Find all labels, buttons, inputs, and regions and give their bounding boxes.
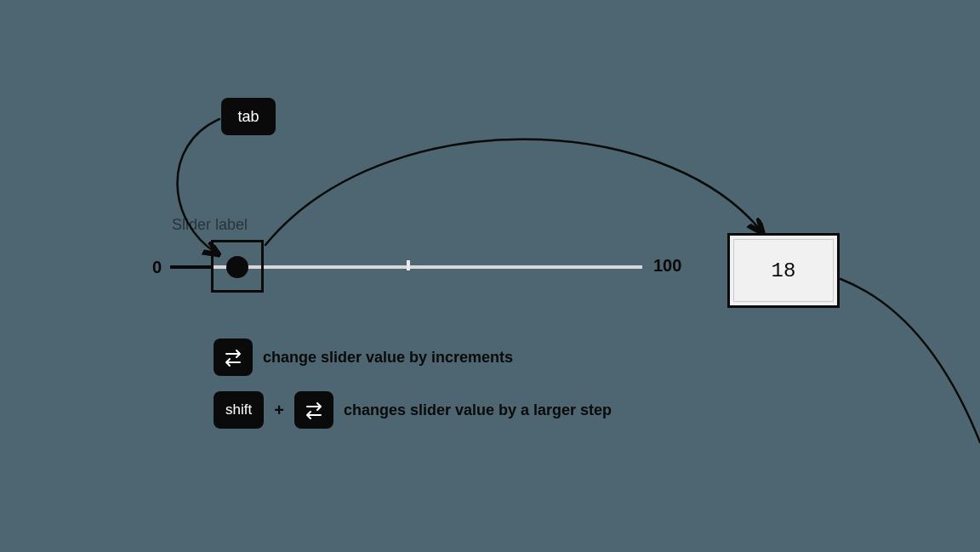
tab-key-label: tab bbox=[237, 108, 259, 126]
slider-accessibility-diagram: tab Slider label 0 100 18 change slider … bbox=[0, 0, 980, 552]
plus-symbol: + bbox=[274, 401, 284, 420]
slider-min-label: 0 bbox=[152, 258, 162, 277]
hint-larger-step-text: changes slider value by a larger step bbox=[344, 401, 612, 419]
slider-max-label: 100 bbox=[653, 256, 681, 276]
slider-fill bbox=[170, 265, 213, 269]
slider-value-input[interactable]: 18 bbox=[727, 233, 840, 308]
slider-label: Slider label bbox=[172, 216, 248, 234]
shift-key-label: shift bbox=[225, 401, 252, 418]
shift-key: shift bbox=[214, 391, 264, 429]
slider-tick bbox=[407, 260, 410, 270]
hint-larger-step: shift + changes slider value by a larger… bbox=[214, 391, 612, 429]
hint-increment-text: change slider value by increments bbox=[263, 349, 513, 367]
tab-key: tab bbox=[221, 98, 276, 135]
hint-increment: change slider value by increments bbox=[214, 339, 513, 376]
slider-handle[interactable] bbox=[226, 256, 248, 278]
arrow-keys-icon bbox=[214, 339, 253, 376]
arrow-keys-icon bbox=[294, 391, 333, 429]
slider-value: 18 bbox=[733, 239, 834, 302]
